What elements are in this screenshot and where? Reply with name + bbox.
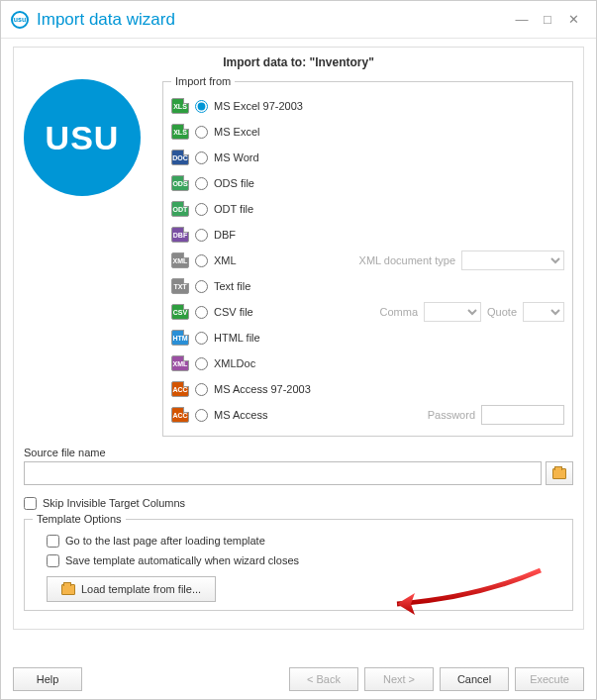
comma-label: Comma <box>380 306 419 318</box>
format-radio[interactable] <box>195 280 208 293</box>
format-radio[interactable] <box>195 203 208 216</box>
help-button[interactable]: Help <box>13 667 82 691</box>
format-radio[interactable] <box>195 254 208 267</box>
panel-heading: Import data to: "Inventory" <box>24 55 573 69</box>
xml-type-select[interactable] <box>461 250 564 270</box>
xml-file-icon: XML <box>171 252 189 268</box>
execute-button[interactable]: Execute <box>515 667 584 691</box>
format-label: XML <box>214 254 237 266</box>
skip-invisible-label: Skip Invisible Target Columns <box>43 497 185 509</box>
dbf-file-icon: DBF <box>171 227 189 243</box>
format-radio[interactable] <box>195 409 208 422</box>
format-label: MS Excel <box>214 126 259 138</box>
format-option-row: TXTText file <box>171 273 564 299</box>
quote-label: Quote <box>487 306 517 318</box>
load-template-label: Load template from file... <box>81 583 201 595</box>
format-radio[interactable] <box>195 383 208 396</box>
folder-icon <box>61 584 75 595</box>
window-title: Import data wizard <box>37 10 509 30</box>
load-template-button[interactable]: Load template from file... <box>47 576 216 602</box>
format-label: MS Excel 97-2003 <box>214 100 303 112</box>
acc-file-icon: ACC <box>171 381 189 397</box>
format-radio[interactable] <box>195 177 208 190</box>
format-label: Text file <box>214 280 250 292</box>
skip-invisible-checkbox[interactable] <box>24 497 37 510</box>
xls-file-icon: XLS <box>171 98 189 114</box>
maximize-button[interactable]: □ <box>535 12 560 27</box>
format-option-row: XMLXMLXML document type <box>171 248 564 273</box>
footer: Help < Back Next > Cancel Execute <box>1 659 596 699</box>
format-label: HTML file <box>214 332 260 344</box>
format-label: MS Access <box>214 409 267 421</box>
cancel-button[interactable]: Cancel <box>440 667 509 691</box>
txt-file-icon: TXT <box>171 278 189 294</box>
template-options-group: Template Options Go to the last page aft… <box>24 513 573 611</box>
comma-select[interactable] <box>424 302 481 322</box>
format-label: ODT file <box>214 203 253 215</box>
format-option-row: CSVCSV fileCommaQuote <box>171 299 564 325</box>
password-input[interactable] <box>481 405 564 425</box>
goto-last-page-label: Go to the last page after loading templa… <box>65 535 265 547</box>
format-option-row: HTMHTML file <box>171 325 564 350</box>
format-radio[interactable] <box>195 357 208 370</box>
format-label: MS Access 97-2003 <box>214 383 311 395</box>
password-label: Password <box>428 409 475 421</box>
html-file-icon: HTM <box>171 330 189 346</box>
odt-file-icon: ODT <box>171 201 189 217</box>
doc-file-icon: DOC <box>171 150 189 165</box>
format-radio[interactable] <box>195 306 208 319</box>
next-button[interactable]: Next > <box>364 667 434 691</box>
format-radio[interactable] <box>195 126 208 139</box>
format-option-row: DBFDBF <box>171 222 564 248</box>
format-option-row: ODSODS file <box>171 170 564 196</box>
format-radio[interactable] <box>195 332 208 345</box>
save-template-auto-label: Save template automatically when wizard … <box>65 554 299 566</box>
format-radio[interactable] <box>195 229 208 242</box>
xml-type-label: XML document type <box>359 254 455 266</box>
format-option-row: XLSMS Excel 97-2003 <box>171 93 564 119</box>
xmldoc-file-icon: XML <box>171 355 189 371</box>
format-option-row: XMLXMLDoc <box>171 350 564 376</box>
folder-icon <box>552 468 566 479</box>
import-from-group: Import from XLSMS Excel 97-2003XLSMS Exc… <box>162 75 573 437</box>
source-file-input[interactable] <box>24 461 542 485</box>
source-file-label: Source file name <box>24 447 573 458</box>
xlsx-file-icon: XLS <box>171 124 189 140</box>
format-label: ODS file <box>214 177 254 189</box>
format-option-row: XLSMS Excel <box>171 119 564 145</box>
goto-last-page-checkbox[interactable] <box>47 535 59 548</box>
format-option-row: ODTODT file <box>171 196 564 222</box>
accx-file-icon: ACC <box>171 407 189 423</box>
csv-file-icon: CSV <box>171 304 189 320</box>
save-template-auto-checkbox[interactable] <box>47 554 59 567</box>
app-icon: usu <box>11 11 29 29</box>
minimize-button[interactable]: — <box>509 12 535 27</box>
format-radio[interactable] <box>195 151 208 164</box>
format-option-row: ACCMS AccessPassword <box>171 402 564 428</box>
quote-select[interactable] <box>523 302 564 322</box>
format-label: CSV file <box>214 306 253 318</box>
titlebar: usu Import data wizard — □ ✕ <box>1 1 596 39</box>
usu-logo: USU <box>24 79 141 196</box>
browse-button[interactable] <box>546 461 573 485</box>
template-options-legend: Template Options <box>33 513 126 525</box>
format-label: XMLDoc <box>214 357 255 369</box>
main-panel: Import data to: "Inventory" USU Import f… <box>13 47 584 630</box>
format-option-row: DOCMS Word <box>171 145 564 170</box>
close-button[interactable]: ✕ <box>560 12 586 27</box>
format-radio[interactable] <box>195 100 208 113</box>
format-label: MS Word <box>214 151 259 163</box>
back-button[interactable]: < Back <box>289 667 358 691</box>
ods-file-icon: ODS <box>171 175 189 191</box>
format-option-row: ACCMS Access 97-2003 <box>171 376 564 402</box>
import-from-legend: Import from <box>171 75 235 87</box>
format-label: DBF <box>214 229 236 241</box>
